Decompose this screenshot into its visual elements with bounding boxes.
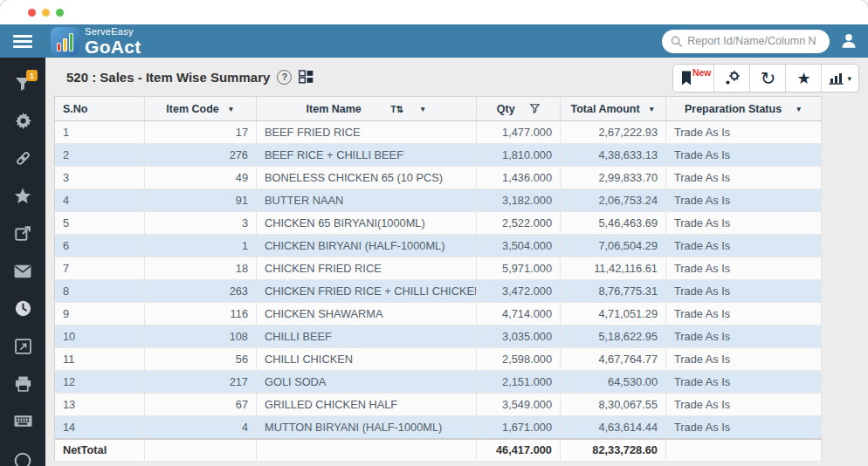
cell-item-code: 116 — [145, 303, 257, 326]
share-sidebar-button[interactable] — [0, 215, 45, 252]
cell-item-name: GRILLED CHICKEN HALF — [257, 394, 477, 416]
cell-sno: 10 — [55, 326, 145, 348]
table-row: 12 217 GOLI SODA 2,151.000 64,530.00 Tra… — [55, 371, 822, 394]
cell-preparation-status: Trade As Is — [666, 416, 822, 439]
cell-preparation-status: Trade As Is — [666, 371, 822, 394]
net-total-row: NetTotal 46,417.000 82,33,728.60 — [55, 439, 822, 462]
net-total-amount: 82,33,728.60 — [561, 439, 666, 462]
print-sidebar-button[interactable] — [0, 365, 45, 402]
window-maximize-button[interactable] — [56, 9, 64, 17]
sort-caret-icon: ▼ — [648, 105, 655, 113]
window-export-icon — [15, 339, 31, 354]
cell-item-name: BONELESS CHICKEN 65 (10 PCS) — [257, 167, 477, 189]
help-icon[interactable]: ? — [277, 70, 292, 85]
refresh-button[interactable]: ↻ — [750, 65, 786, 92]
bookmark-new-button[interactable]: New — [673, 65, 714, 92]
hamburger-menu-icon[interactable] — [0, 35, 45, 48]
header-preparation-status[interactable]: Preparation Status ▼ — [666, 97, 822, 121]
history-sidebar-button[interactable] — [0, 290, 45, 327]
table-row: 2 276 BEEF RICE + CHILLI BEEF 1,810.000 … — [55, 144, 822, 167]
cell-qty: 2,151.000 — [477, 371, 561, 394]
cell-total-amount: 5,18,622.95 — [561, 326, 666, 348]
main-content: 520 : Sales - Item Wise Summary ? New — [45, 58, 868, 466]
window-close-button[interactable] — [28, 9, 36, 17]
cell-preparation-status: Trade As Is — [666, 348, 822, 371]
user-profile-button[interactable] — [840, 32, 858, 50]
table-row: 8 263 CHICKEN FRIED RICE + CHILLI CHICKE… — [55, 280, 822, 303]
table-row: 9 116 CHICKEN SHAWARMA 4,714.000 4,71,05… — [55, 303, 822, 326]
process-settings-button[interactable] — [714, 65, 750, 92]
window-minimize-button[interactable] — [42, 9, 50, 17]
cell-total-amount: 64,530.00 — [561, 371, 666, 394]
header-qty[interactable]: Qty — [477, 97, 561, 121]
gears-icon — [724, 70, 741, 86]
header-item-name[interactable]: Item Name T⇅ ▼ — [257, 97, 477, 121]
logo-barchart-icon — [51, 27, 79, 56]
settings-sidebar-button[interactable] — [0, 102, 45, 140]
new-badge-label: New — [692, 67, 712, 78]
cell-preparation-status: Trade As Is — [666, 189, 822, 212]
chart-view-button[interactable]: ▾ — [822, 65, 858, 92]
table-row: 4 91 BUTTER NAAN 3,182.000 2,06,753.24 T… — [55, 189, 822, 212]
header-total-amount[interactable]: Total Amount ▼ — [561, 97, 666, 121]
report-search-box[interactable] — [662, 30, 830, 53]
brand-name-bottom: GoAct — [85, 38, 141, 56]
cell-qty: 5,971.000 — [477, 257, 561, 280]
table-header-row: S.No Item Code ▼ Item Name T⇅ ▼ Qty — [55, 97, 822, 121]
cell-item-code: 49 — [145, 167, 257, 189]
mail-sidebar-button[interactable] — [0, 252, 45, 290]
cell-item-code: 4 — [145, 416, 257, 439]
table-row: 6 1 CHICKEN BIRYANI (HALF-1000ML) 3,504.… — [55, 235, 822, 257]
report-table: S.No Item Code ▼ Item Name T⇅ ▼ Qty — [54, 96, 822, 462]
cell-item-code: 18 — [145, 257, 257, 280]
bar-chart-icon — [829, 72, 844, 85]
cell-qty: 4,714.000 — [477, 303, 561, 326]
cell-preparation-status: Trade As Is — [666, 144, 822, 167]
search-input[interactable] — [687, 35, 821, 47]
cell-total-amount: 2,06,753.24 — [561, 189, 666, 212]
table-row: 14 4 MUTTON BIRYANI (HALF-1000ML) 1,671.… — [55, 416, 822, 439]
cell-preparation-status: Trade As Is — [666, 394, 822, 416]
header-item-code[interactable]: Item Code ▼ — [145, 97, 257, 121]
share-export-icon — [15, 225, 31, 242]
cell-qty: 3,472.000 — [477, 280, 561, 303]
cell-total-amount: 4,71,051.29 — [561, 303, 666, 326]
table-row: 1 17 BEEF FRIED RICE 1,477.000 2,67,222.… — [55, 121, 822, 144]
cell-sno: 2 — [55, 144, 145, 167]
cell-preparation-status: Trade As Is — [666, 303, 822, 326]
cell-sno: 14 — [55, 416, 145, 439]
cell-qty: 2,598.000 — [477, 348, 561, 371]
report-toolbar: New ↻ — [672, 64, 859, 93]
cell-sno: 11 — [55, 348, 145, 371]
cell-item-code: 276 — [145, 144, 257, 167]
column-layout-icon[interactable] — [299, 70, 313, 84]
app-logo[interactable]: ServeEasy GoAct — [51, 27, 141, 56]
left-sidebar: 1 — [0, 58, 45, 466]
cell-qty: 2,522.000 — [477, 212, 561, 235]
cell-item-name: CHICKEN BIRYANI (HALF-1000ML) — [257, 235, 477, 257]
open-window-sidebar-button[interactable] — [0, 327, 45, 365]
keyboard-sidebar-button[interactable] — [0, 402, 45, 440]
filter-sidebar-button[interactable]: 1 — [0, 65, 45, 102]
cell-item-code: 108 — [145, 326, 257, 348]
browser-chrome — [0, 0, 868, 24]
chart-dropdown-caret-icon: ▾ — [847, 74, 851, 83]
cell-total-amount: 7,06,504.29 — [561, 235, 666, 257]
cell-sno: 7 — [55, 257, 145, 280]
cell-sno: 4 — [55, 189, 145, 212]
cell-item-name: CHILLI BEEF — [257, 326, 477, 348]
cell-item-name: CHICKEN FRIED RICE + CHILLI CHICKEN — [257, 280, 477, 303]
header-sno[interactable]: S.No — [55, 97, 145, 121]
cell-total-amount: 4,63,614.44 — [561, 416, 666, 439]
link-sidebar-button[interactable] — [0, 140, 45, 177]
star-icon — [14, 188, 31, 204]
favorites-sidebar-button[interactable] — [0, 177, 45, 215]
cell-qty: 3,504.000 — [477, 235, 561, 257]
cell-item-code: 217 — [145, 371, 257, 394]
refresh-icon: ↻ — [761, 69, 776, 87]
top-app-bar: ServeEasy GoAct — [0, 24, 868, 58]
cell-item-code: 17 — [145, 121, 257, 144]
favorite-button[interactable]: ★ — [786, 65, 822, 92]
help-sidebar-button[interactable] — [0, 440, 45, 466]
cell-sno: 5 — [55, 212, 145, 235]
